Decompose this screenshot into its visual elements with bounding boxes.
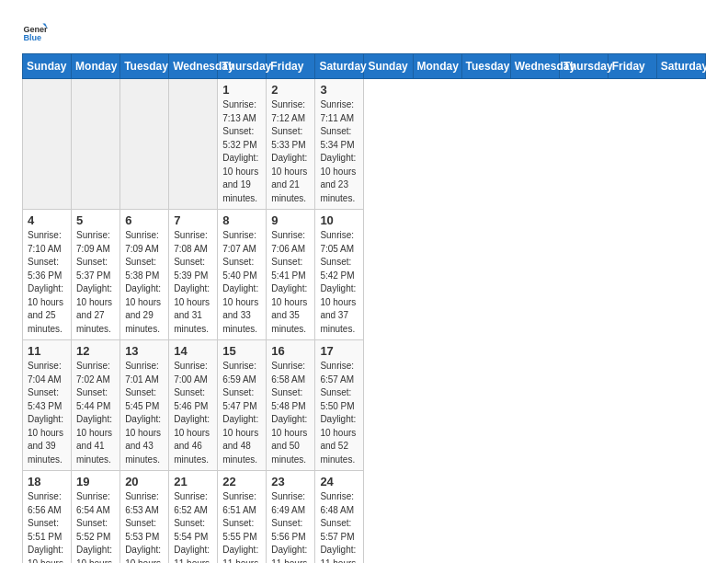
day-number: 13 bbox=[125, 344, 164, 358]
logo-icon: General Blue bbox=[22, 18, 48, 44]
day-number: 18 bbox=[28, 475, 66, 488]
day-info: Sunrise: 7:04 AMSunset: 5:43 PMDaylight:… bbox=[28, 360, 66, 466]
calendar-cell: 1Sunrise: 7:13 AMSunset: 5:32 PMDaylight… bbox=[218, 79, 267, 210]
day-number: 16 bbox=[271, 344, 310, 358]
day-number: 12 bbox=[76, 344, 115, 358]
weekday-header-saturday: Saturday bbox=[315, 54, 364, 79]
weekday-header-sunday: Sunday bbox=[364, 54, 413, 79]
day-number: 17 bbox=[320, 344, 358, 358]
weekday-header-monday: Monday bbox=[72, 54, 120, 79]
day-number: 14 bbox=[174, 344, 212, 358]
day-info: Sunrise: 6:48 AMSunset: 5:57 PMDaylight:… bbox=[320, 490, 358, 563]
day-info: Sunrise: 6:53 AMSunset: 5:53 PMDaylight:… bbox=[125, 490, 164, 563]
day-number: 10 bbox=[320, 213, 358, 227]
day-number: 24 bbox=[320, 475, 358, 488]
day-info: Sunrise: 7:00 AMSunset: 5:46 PMDaylight:… bbox=[174, 360, 212, 466]
day-number: 23 bbox=[271, 475, 310, 488]
day-info: Sunrise: 6:59 AMSunset: 5:47 PMDaylight:… bbox=[222, 360, 261, 466]
day-info: Sunrise: 7:06 AMSunset: 5:41 PMDaylight:… bbox=[271, 229, 310, 336]
calendar-cell bbox=[169, 79, 218, 210]
day-info: Sunrise: 6:52 AMSunset: 5:54 PMDaylight:… bbox=[174, 490, 212, 563]
day-info: Sunrise: 7:02 AMSunset: 5:44 PMDaylight:… bbox=[76, 360, 115, 466]
day-number: 19 bbox=[76, 475, 115, 488]
day-info: Sunrise: 6:51 AMSunset: 5:55 PMDaylight:… bbox=[222, 490, 261, 563]
weekday-header-sunday: Sunday bbox=[23, 54, 72, 79]
weekday-header-wednesday: Wednesday bbox=[169, 54, 218, 79]
calendar-cell: 21Sunrise: 6:52 AMSunset: 5:54 PMDayligh… bbox=[169, 471, 218, 564]
day-info: Sunrise: 6:56 AMSunset: 5:51 PMDaylight:… bbox=[28, 490, 66, 563]
calendar-cell: 14Sunrise: 7:00 AMSunset: 5:46 PMDayligh… bbox=[169, 340, 218, 471]
weekday-header-saturday: Saturday bbox=[656, 54, 705, 79]
weekday-header-tuesday: Tuesday bbox=[461, 54, 510, 79]
day-number: 4 bbox=[28, 213, 66, 227]
calendar-cell: 7Sunrise: 7:08 AMSunset: 5:39 PMDaylight… bbox=[169, 210, 218, 340]
day-number: 20 bbox=[125, 475, 164, 488]
calendar-week-row: 1Sunrise: 7:13 AMSunset: 5:32 PMDaylight… bbox=[23, 79, 706, 210]
calendar-cell: 10Sunrise: 7:05 AMSunset: 5:42 PMDayligh… bbox=[315, 210, 364, 340]
calendar-cell bbox=[23, 79, 72, 210]
day-info: Sunrise: 7:12 AMSunset: 5:33 PMDaylight:… bbox=[271, 98, 310, 205]
calendar-cell bbox=[72, 79, 120, 210]
day-info: Sunrise: 6:49 AMSunset: 5:56 PMDaylight:… bbox=[271, 490, 310, 563]
logo: General Blue bbox=[22, 18, 48, 44]
day-info: Sunrise: 7:07 AMSunset: 5:40 PMDaylight:… bbox=[222, 229, 261, 336]
calendar-cell: 16Sunrise: 6:58 AMSunset: 5:48 PMDayligh… bbox=[267, 340, 315, 471]
page-header: General Blue bbox=[22, 18, 706, 44]
day-info: Sunrise: 7:09 AMSunset: 5:37 PMDaylight:… bbox=[76, 229, 115, 336]
day-info: Sunrise: 7:05 AMSunset: 5:42 PMDaylight:… bbox=[320, 229, 358, 336]
day-info: Sunrise: 7:08 AMSunset: 5:39 PMDaylight:… bbox=[174, 229, 212, 336]
svg-text:Blue: Blue bbox=[23, 33, 41, 42]
day-number: 6 bbox=[125, 213, 164, 227]
calendar-cell: 20Sunrise: 6:53 AMSunset: 5:53 PMDayligh… bbox=[120, 471, 169, 564]
calendar-cell: 5Sunrise: 7:09 AMSunset: 5:37 PMDaylight… bbox=[72, 210, 120, 340]
calendar-cell: 13Sunrise: 7:01 AMSunset: 5:45 PMDayligh… bbox=[120, 340, 169, 471]
weekday-header-friday: Friday bbox=[608, 54, 656, 79]
calendar-cell: 15Sunrise: 6:59 AMSunset: 5:47 PMDayligh… bbox=[218, 340, 267, 471]
day-info: Sunrise: 7:11 AMSunset: 5:34 PMDaylight:… bbox=[320, 98, 358, 205]
weekday-header-monday: Monday bbox=[413, 54, 461, 79]
day-info: Sunrise: 6:57 AMSunset: 5:50 PMDaylight:… bbox=[320, 360, 358, 466]
day-number: 8 bbox=[222, 213, 261, 227]
calendar-cell: 3Sunrise: 7:11 AMSunset: 5:34 PMDaylight… bbox=[315, 79, 364, 210]
calendar-week-row: 18Sunrise: 6:56 AMSunset: 5:51 PMDayligh… bbox=[23, 471, 706, 564]
day-info: Sunrise: 7:10 AMSunset: 5:36 PMDaylight:… bbox=[28, 229, 66, 336]
day-number: 11 bbox=[28, 344, 66, 358]
weekday-header-wednesday: Wednesday bbox=[510, 54, 559, 79]
calendar-cell: 2Sunrise: 7:12 AMSunset: 5:33 PMDaylight… bbox=[267, 79, 315, 210]
weekday-header-thursday: Thursday bbox=[559, 54, 608, 79]
day-number: 2 bbox=[271, 83, 310, 97]
calendar-week-row: 11Sunrise: 7:04 AMSunset: 5:43 PMDayligh… bbox=[23, 340, 706, 471]
calendar-cell: 12Sunrise: 7:02 AMSunset: 5:44 PMDayligh… bbox=[72, 340, 120, 471]
weekday-header-friday: Friday bbox=[267, 54, 315, 79]
day-number: 9 bbox=[271, 213, 310, 227]
day-info: Sunrise: 7:01 AMSunset: 5:45 PMDaylight:… bbox=[125, 360, 164, 466]
calendar-cell: 23Sunrise: 6:49 AMSunset: 5:56 PMDayligh… bbox=[267, 471, 315, 564]
day-info: Sunrise: 7:13 AMSunset: 5:32 PMDaylight:… bbox=[222, 98, 261, 205]
calendar-cell: 19Sunrise: 6:54 AMSunset: 5:52 PMDayligh… bbox=[72, 471, 120, 564]
calendar-cell: 9Sunrise: 7:06 AMSunset: 5:41 PMDaylight… bbox=[267, 210, 315, 340]
day-number: 21 bbox=[174, 475, 212, 488]
calendar-header-row: SundayMondayTuesdayWednesdayThursdayFrid… bbox=[23, 54, 706, 79]
calendar-cell: 18Sunrise: 6:56 AMSunset: 5:51 PMDayligh… bbox=[23, 471, 72, 564]
day-number: 3 bbox=[320, 83, 358, 97]
weekday-header-tuesday: Tuesday bbox=[120, 54, 169, 79]
day-info: Sunrise: 6:54 AMSunset: 5:52 PMDaylight:… bbox=[76, 490, 115, 563]
day-number: 5 bbox=[76, 213, 115, 227]
calendar-table: SundayMondayTuesdayWednesdayThursdayFrid… bbox=[22, 53, 706, 563]
day-number: 7 bbox=[174, 213, 212, 227]
day-number: 1 bbox=[222, 83, 261, 97]
calendar-cell: 11Sunrise: 7:04 AMSunset: 5:43 PMDayligh… bbox=[23, 340, 72, 471]
calendar-cell: 4Sunrise: 7:10 AMSunset: 5:36 PMDaylight… bbox=[23, 210, 72, 340]
calendar-cell: 6Sunrise: 7:09 AMSunset: 5:38 PMDaylight… bbox=[120, 210, 169, 340]
day-number: 15 bbox=[222, 344, 261, 358]
calendar-cell: 22Sunrise: 6:51 AMSunset: 5:55 PMDayligh… bbox=[218, 471, 267, 564]
calendar-week-row: 4Sunrise: 7:10 AMSunset: 5:36 PMDaylight… bbox=[23, 210, 706, 340]
calendar-cell: 17Sunrise: 6:57 AMSunset: 5:50 PMDayligh… bbox=[315, 340, 364, 471]
weekday-header-thursday: Thursday bbox=[218, 54, 267, 79]
calendar-cell: 8Sunrise: 7:07 AMSunset: 5:40 PMDaylight… bbox=[218, 210, 267, 340]
calendar-cell bbox=[120, 79, 169, 210]
day-info: Sunrise: 6:58 AMSunset: 5:48 PMDaylight:… bbox=[271, 360, 310, 466]
day-number: 22 bbox=[222, 475, 261, 488]
calendar-cell: 24Sunrise: 6:48 AMSunset: 5:57 PMDayligh… bbox=[315, 471, 364, 564]
day-info: Sunrise: 7:09 AMSunset: 5:38 PMDaylight:… bbox=[125, 229, 164, 336]
